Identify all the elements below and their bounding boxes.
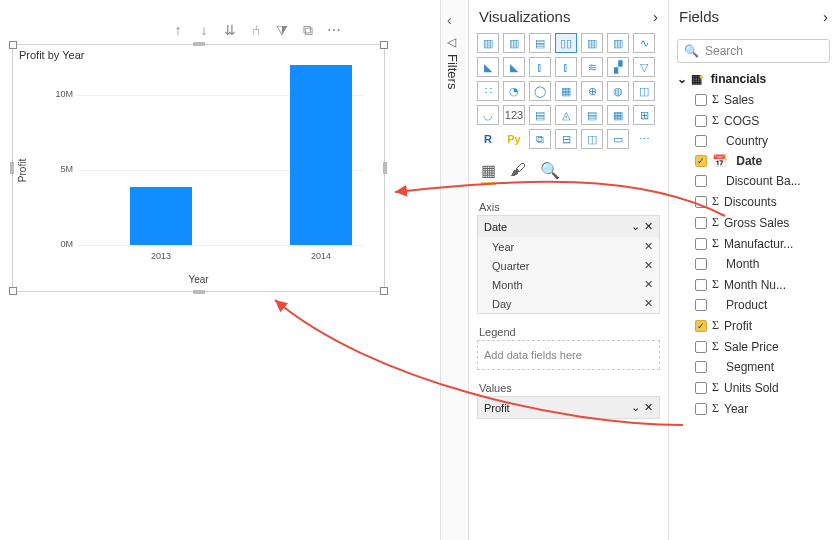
resize-handle[interactable]: [383, 162, 387, 174]
map-icon[interactable]: ⊕: [581, 81, 603, 101]
expand-icon[interactable]: ⑃: [248, 22, 264, 38]
remove-icon[interactable]: ✕: [644, 401, 653, 414]
checkbox[interactable]: [695, 135, 707, 147]
clustered-bar-icon[interactable]: ▤: [529, 33, 551, 53]
multi-card-icon[interactable]: ▤: [529, 105, 551, 125]
axis-field[interactable]: Date: [484, 221, 507, 233]
shape-map-icon[interactable]: ◫: [633, 81, 655, 101]
axis-well[interactable]: Date ⌄ ✕ Year✕Quarter✕Month✕Day✕: [477, 215, 660, 314]
qna-icon[interactable]: ◫: [581, 129, 603, 149]
py-visual-icon[interactable]: Py: [503, 129, 525, 149]
slicer-icon[interactable]: ▤: [581, 105, 603, 125]
resize-handle[interactable]: [10, 162, 14, 174]
treemap-icon[interactable]: ▦: [555, 81, 577, 101]
field-item[interactable]: ΣSales: [677, 89, 838, 110]
checkbox[interactable]: [695, 238, 707, 250]
fields-tab-icon[interactable]: ▦: [481, 161, 496, 185]
chevron-right-icon[interactable]: ›: [653, 8, 658, 25]
decomp-icon[interactable]: ⊟: [555, 129, 577, 149]
chevron-down-icon[interactable]: ⌄: [631, 401, 640, 414]
line-column-icon[interactable]: ⫿: [529, 57, 551, 77]
axis-level[interactable]: Year✕: [478, 237, 659, 256]
remove-icon[interactable]: ✕: [644, 259, 653, 272]
remove-icon[interactable]: ✕: [644, 220, 653, 233]
axis-level[interactable]: Quarter✕: [478, 256, 659, 275]
stacked-bar-icon[interactable]: ▥: [477, 33, 499, 53]
search-input[interactable]: 🔍 Search: [677, 39, 830, 63]
table-header[interactable]: ⌄ ▦● financials: [677, 69, 838, 89]
field-item[interactable]: ΣCOGS: [677, 110, 838, 131]
values-field[interactable]: Profit: [484, 402, 510, 414]
field-item[interactable]: ΣYear: [677, 398, 838, 419]
field-item[interactable]: ΣUnits Sold: [677, 377, 838, 398]
checkbox[interactable]: [695, 94, 707, 106]
field-item[interactable]: ✓ΣProfit: [677, 315, 838, 336]
checkbox[interactable]: [695, 115, 707, 127]
stacked-column-icon[interactable]: ▥: [503, 33, 525, 53]
column-chart-visual[interactable]: Profit by Year Profit Year 0M5M10M201320…: [12, 44, 385, 292]
funnel-icon[interactable]: ▽: [633, 57, 655, 77]
chevron-left-icon[interactable]: ‹: [447, 12, 452, 28]
checkbox[interactable]: [695, 175, 707, 187]
bar[interactable]: [130, 187, 192, 246]
stacked-area-icon[interactable]: ◣: [503, 57, 525, 77]
ribbon-icon[interactable]: ≋: [581, 57, 603, 77]
more-visuals-icon[interactable]: ⋯: [633, 129, 655, 149]
pie-icon[interactable]: ◔: [503, 81, 525, 101]
area-icon[interactable]: ◣: [477, 57, 499, 77]
resize-handle[interactable]: [193, 290, 205, 294]
checkbox[interactable]: [695, 341, 707, 353]
checkbox[interactable]: ✓: [695, 155, 707, 167]
analytics-tab-icon[interactable]: 🔍: [540, 161, 560, 185]
report-canvas[interactable]: ↑ ↓ ⇊ ⑃ ⧩ ⧉ ⋯ Profit by Year Profit Year…: [0, 0, 440, 540]
resize-handle[interactable]: [9, 287, 17, 295]
axis-level[interactable]: Month✕: [478, 275, 659, 294]
remove-icon[interactable]: ✕: [644, 240, 653, 253]
resize-handle[interactable]: [380, 287, 388, 295]
key-influencers-icon[interactable]: ⧉: [529, 129, 551, 149]
chevron-right-icon[interactable]: ›: [823, 8, 828, 25]
checkbox[interactable]: [695, 299, 707, 311]
scatter-icon[interactable]: ∷: [477, 81, 499, 101]
table-icon[interactable]: ▦: [607, 105, 629, 125]
paginated-icon[interactable]: ▭: [607, 129, 629, 149]
checkbox[interactable]: [695, 361, 707, 373]
drill-all-icon[interactable]: ⇊: [222, 22, 238, 38]
remove-icon[interactable]: ✕: [644, 297, 653, 310]
line-column2-icon[interactable]: ⫿: [555, 57, 577, 77]
drill-down-icon[interactable]: ↓: [196, 22, 212, 38]
card-icon[interactable]: 123: [503, 105, 525, 125]
waterfall-icon[interactable]: ▞: [607, 57, 629, 77]
focus-icon[interactable]: ⧉: [300, 22, 316, 38]
field-item[interactable]: Product: [677, 295, 838, 315]
line-icon[interactable]: ∿: [633, 33, 655, 53]
axis-level[interactable]: Day✕: [478, 294, 659, 313]
field-item[interactable]: ✓📅●Date: [677, 151, 838, 171]
more-icon[interactable]: ⋯: [326, 22, 342, 38]
field-item[interactable]: Segment: [677, 357, 838, 377]
checkbox[interactable]: [695, 403, 707, 415]
filters-pane-collapsed[interactable]: ‹ ◁ Filters: [440, 0, 468, 540]
checkbox[interactable]: ✓: [695, 320, 707, 332]
field-item[interactable]: ΣGross Sales: [677, 212, 838, 233]
drill-up-icon[interactable]: ↑: [170, 22, 186, 38]
checkbox[interactable]: [695, 382, 707, 394]
stacked-bar100-icon[interactable]: ▥: [581, 33, 603, 53]
remove-icon[interactable]: ✕: [644, 278, 653, 291]
gauge-icon[interactable]: ◡: [477, 105, 499, 125]
r-visual-icon[interactable]: R: [477, 129, 499, 149]
field-item[interactable]: ΣManufactur...: [677, 233, 838, 254]
clustered-column-icon[interactable]: ▯▯: [555, 33, 577, 53]
format-tab-icon[interactable]: 🖌: [510, 161, 526, 185]
checkbox[interactable]: [695, 279, 707, 291]
field-item[interactable]: ΣMonth Nu...: [677, 274, 838, 295]
checkbox[interactable]: [695, 217, 707, 229]
filled-map-icon[interactable]: ◍: [607, 81, 629, 101]
filter-icon[interactable]: ⧩: [274, 22, 290, 38]
checkbox[interactable]: [695, 196, 707, 208]
checkbox[interactable]: [695, 258, 707, 270]
field-item[interactable]: ΣDiscounts: [677, 191, 838, 212]
stacked-column100-icon[interactable]: ▥: [607, 33, 629, 53]
field-item[interactable]: Country: [677, 131, 838, 151]
kpi-icon[interactable]: ◬: [555, 105, 577, 125]
